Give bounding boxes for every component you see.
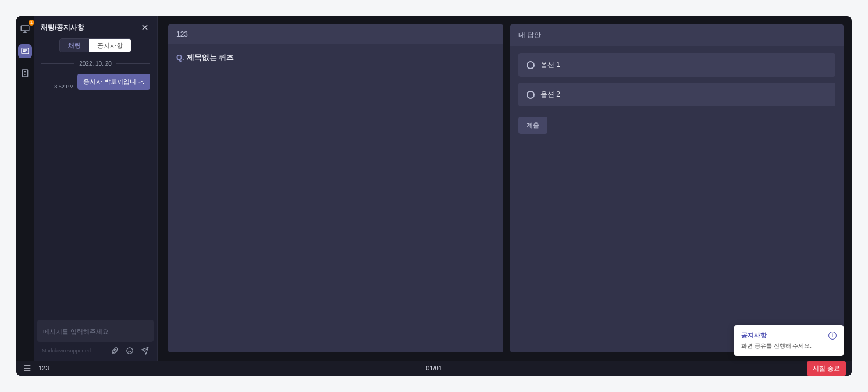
chat-panel: 채팅/공지사항 채팅 공지사항 2022. 10. 20 8:52 PM 응시자… [34, 16, 158, 361]
attach-icon[interactable] [111, 347, 119, 355]
radio-icon [527, 91, 535, 99]
question-title: Q.제목없는 퀴즈 [176, 52, 495, 63]
send-icon[interactable] [141, 347, 149, 355]
chat-input[interactable] [43, 328, 148, 335]
submit-button[interactable]: 제출 [518, 117, 547, 134]
rail-notes-button[interactable] [18, 66, 32, 80]
main-area: 1 채팅/공지사항 채팅 공지사항 [16, 16, 852, 361]
left-rail: 1 [16, 16, 34, 361]
notice-toast: 공지사항 i 화면 공유를 진행해 주세요. [734, 325, 844, 356]
chat-date-label: 2022. 10. 20 [79, 60, 112, 67]
chat-tabs: 채팅 공지사항 [34, 38, 157, 57]
footer-page: 01/01 [426, 365, 442, 372]
radio-icon [527, 61, 535, 69]
toast-body: 화면 공유를 진행해 주세요. [741, 342, 837, 350]
rail-chat-button[interactable] [18, 44, 32, 58]
question-panel: 123 Q.제목없는 퀴즈 [168, 24, 503, 352]
answer-panel-head: 내 답안 [510, 24, 844, 46]
app-window: 1 채팅/공지사항 채팅 공지사항 [16, 16, 852, 376]
footer-bar: 123 01/01 시험 종료 [16, 361, 852, 376]
chat-message-row: 8:52 PM 응시자 박토끼입니다. [34, 70, 157, 93]
content-area: 123 Q.제목없는 퀴즈 내 답안 옵션 1 옵션 2 [158, 16, 852, 361]
option-label: 옵션 2 [540, 90, 560, 99]
chat-footer: Markdown supported [34, 343, 157, 361]
option-label: 옵션 1 [540, 60, 560, 70]
emoji-icon[interactable] [126, 347, 134, 355]
toast-title: 공지사항 [741, 331, 767, 340]
answer-option[interactable]: 옵션 2 [518, 83, 835, 106]
question-panel-head: 123 [168, 24, 503, 44]
chat-header: 채팅/공지사항 [34, 16, 157, 38]
info-icon[interactable]: i [828, 332, 837, 340]
tab-chat[interactable]: 채팅 [60, 39, 89, 52]
close-icon[interactable] [140, 22, 150, 33]
svg-rect-1 [22, 48, 29, 54]
chat-support-label: Markdown supported [42, 348, 91, 354]
chat-message-bubble: 응시자 박토끼입니다. [77, 74, 150, 90]
tab-notice[interactable]: 공지사항 [89, 39, 131, 52]
chat-date-divider: 2022. 10. 20 [41, 60, 150, 67]
answer-option[interactable]: 옵션 1 [518, 53, 835, 77]
svg-rect-0 [21, 26, 29, 31]
chat-input-container [37, 320, 154, 342]
end-exam-button[interactable]: 시험 종료 [807, 361, 846, 376]
svg-point-3 [127, 348, 133, 354]
chat-title: 채팅/공지사항 [41, 23, 84, 33]
footer-title: 123 [38, 365, 49, 372]
question-prefix: Q. [176, 53, 184, 62]
rail-notification-badge: 1 [29, 20, 34, 26]
answer-panel: 내 답안 옵션 1 옵션 2 제출 [510, 24, 844, 352]
menu-icon[interactable] [22, 364, 33, 373]
question-text: 제목없는 퀴즈 [187, 53, 234, 62]
rail-monitor-button[interactable]: 1 [18, 22, 32, 36]
chat-message-time: 8:52 PM [54, 84, 74, 90]
